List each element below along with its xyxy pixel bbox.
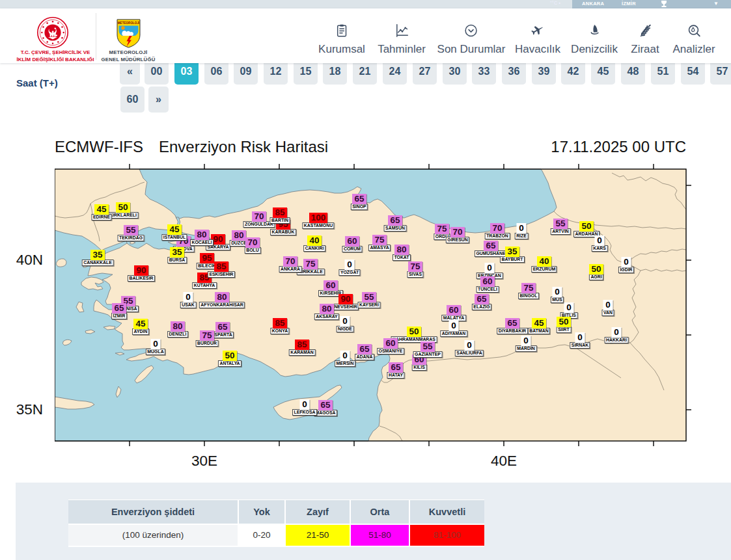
svg-text:METEOROLOJİ: METEOROLOJİ xyxy=(118,21,139,25)
